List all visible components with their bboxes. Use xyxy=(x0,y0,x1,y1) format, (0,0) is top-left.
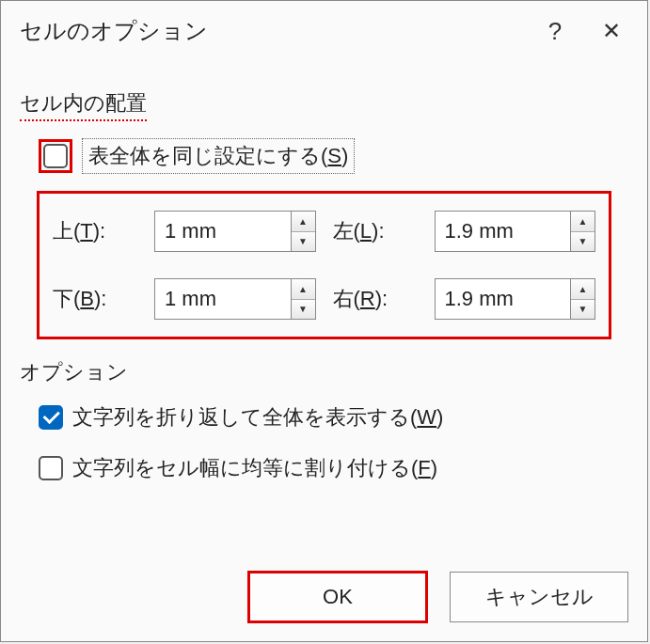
wrap-text-label: 文字列を折り返して全体を表示する(W) xyxy=(72,403,443,432)
margin-bottom-down[interactable]: ▼ xyxy=(292,300,315,320)
margin-left-spinner[interactable]: 1.9 mm ▲ ▼ xyxy=(435,211,596,252)
margin-top-up[interactable]: ▲ xyxy=(292,212,315,232)
titlebar: セルのオプション ? ✕ xyxy=(1,1,647,61)
same-as-table-row: 表全体を同じ設定にする(S) xyxy=(39,138,628,174)
wrap-text-row: 文字列を折り返して全体を表示する(W) xyxy=(39,403,628,432)
margins-group: 上(T): 1 mm ▲ ▼ 左(L): 1.9 mm ▲ ▼ xyxy=(37,191,611,339)
fit-text-checkbox[interactable] xyxy=(39,456,63,480)
fit-text-row: 文字列をセル幅に均等に割り付ける(F) xyxy=(39,454,628,482)
margin-bottom-up[interactable]: ▲ xyxy=(292,279,315,300)
margin-right-spinner[interactable]: 1.9 mm ▲ ▼ xyxy=(435,278,596,320)
margin-left-label: 左(L): xyxy=(333,217,418,245)
options-header: オプション xyxy=(20,358,628,386)
cell-options-dialog: セルのオプション ? ✕ セル内の配置 表全体を同じ設定にする(S) xyxy=(0,0,648,642)
margin-right-value[interactable]: 1.9 mm xyxy=(436,279,571,319)
margin-bottom-label: 下(B): xyxy=(53,285,137,313)
margin-left-value[interactable]: 1.9 mm xyxy=(436,212,571,251)
options-group: 文字列を折り返して全体を表示する(W) 文字列をセル幅に均等に割り付ける(F) xyxy=(39,403,628,482)
help-button[interactable]: ? xyxy=(527,8,583,54)
margin-bottom-spinner[interactable]: 1 mm ▲ ▼ xyxy=(154,278,316,320)
margin-top-down[interactable]: ▼ xyxy=(292,232,315,252)
dialog-title: セルのオプション xyxy=(20,16,527,46)
margin-top-value[interactable]: 1 mm xyxy=(155,212,291,251)
same-as-table-label: 表全体を同じ設定にする(S) xyxy=(82,138,355,174)
margin-top-spinner[interactable]: 1 mm ▲ ▼ xyxy=(154,211,316,252)
cell-margins-header: セル内の配置 xyxy=(20,89,628,121)
help-icon: ? xyxy=(548,17,562,46)
margin-right-up[interactable]: ▲ xyxy=(571,279,595,300)
close-icon: ✕ xyxy=(602,18,621,44)
margin-top-label: 上(T): xyxy=(53,217,137,245)
margin-left-up[interactable]: ▲ xyxy=(571,212,595,232)
margin-right-label: 右(R): xyxy=(333,285,418,313)
same-as-table-checkbox[interactable] xyxy=(43,144,68,168)
close-button[interactable]: ✕ xyxy=(583,8,640,54)
margin-right-down[interactable]: ▼ xyxy=(571,300,595,320)
ok-button[interactable]: OK xyxy=(248,572,427,622)
margin-bottom-value[interactable]: 1 mm xyxy=(155,279,291,319)
margin-left-down[interactable]: ▼ xyxy=(571,232,595,252)
cancel-button[interactable]: キャンセル xyxy=(450,572,628,622)
fit-text-label: 文字列をセル幅に均等に割り付ける(F) xyxy=(72,454,437,482)
wrap-text-checkbox[interactable] xyxy=(39,405,63,430)
dialog-content: セル内の配置 表全体を同じ設定にする(S) 上(T): 1 mm ▲ xyxy=(1,61,647,524)
same-as-table-highlight xyxy=(39,139,72,173)
dialog-buttons: OK キャンセル xyxy=(248,572,628,622)
